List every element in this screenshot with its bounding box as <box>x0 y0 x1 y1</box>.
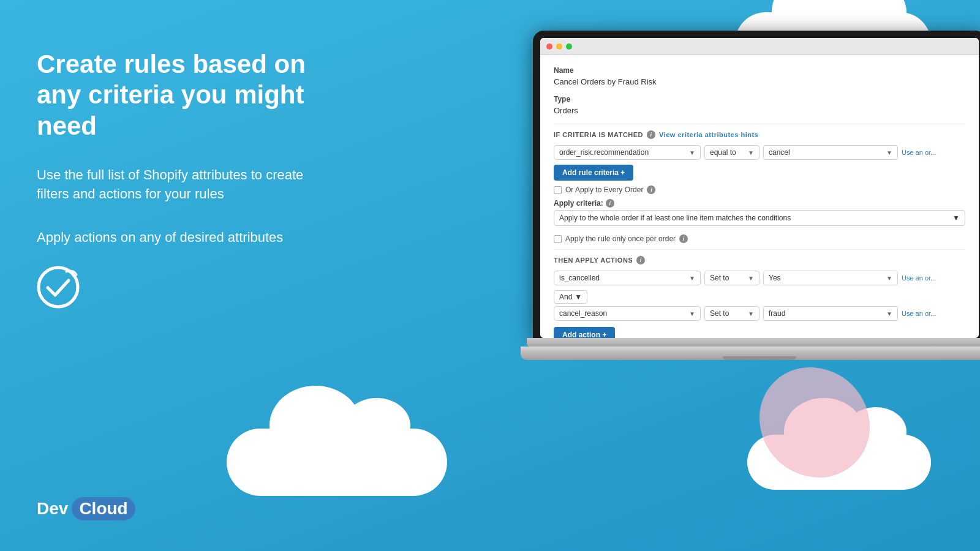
action2-operator-chevron: ▼ <box>748 310 754 317</box>
name-value: Cancel Orders by Fraud Risk <box>554 77 965 86</box>
add-rule-criteria-button[interactable]: Add rule criteria + <box>554 165 633 181</box>
apply-once-row: Apply the rule only once per order i <box>554 234 965 243</box>
action-row2: cancel_reason ▼ Set to ▼ fraud ▼ Use an … <box>554 306 965 321</box>
add-action-button[interactable]: Add action + <box>554 327 615 338</box>
apply-once-label: Apply the rule only once per order <box>565 234 676 243</box>
apply-criteria-group: Apply criteria: i Apply to the whole ord… <box>554 199 965 226</box>
and-select[interactable]: And ▼ <box>554 290 587 304</box>
criteria-section-header: IF CRITERIA IS MATCHED i View criteria a… <box>554 130 965 139</box>
apply-once-info: i <box>679 234 688 243</box>
divider1 <box>554 124 965 124</box>
apply-criteria-chevron: ▼ <box>952 214 960 222</box>
criteria-hint-link[interactable]: View criteria attributes hints <box>659 131 758 138</box>
type-group: Type Orders <box>554 95 965 115</box>
app-topbar <box>540 38 979 55</box>
logo-dev-text: Dev <box>37 499 68 519</box>
criteria-row1: order_risk.recommendation ▼ equal to ▼ c… <box>554 145 965 160</box>
apply-criteria-label-row: Apply criteria: i <box>554 199 965 208</box>
criteria-attribute-select[interactable]: order_risk.recommendation ▼ <box>554 145 701 160</box>
apply-every-order-checkbox[interactable] <box>554 186 562 194</box>
add-rule-criteria-wrapper: Add rule criteria + <box>554 165 965 181</box>
action2-value-text: fraud <box>769 309 785 318</box>
action1-value-select[interactable]: Yes ▼ <box>763 271 898 285</box>
type-value: Orders <box>554 106 965 115</box>
dot-red <box>546 43 552 50</box>
apply-every-order-row: Or Apply to Every Order i <box>554 186 965 194</box>
action1-value-text: Yes <box>769 274 781 282</box>
left-panel: Create rules based on any criteria you m… <box>37 49 331 309</box>
apply-once-checkbox[interactable] <box>554 235 562 243</box>
actions-section-header: THEN APPLY ACTIONS i <box>554 256 965 264</box>
apply-every-order-info: i <box>647 186 655 194</box>
and-chevron: ▼ <box>575 293 582 301</box>
svg-point-0 <box>39 268 78 307</box>
criteria-attribute-chevron: ▼ <box>689 149 695 156</box>
and-connector-row: And ▼ <box>554 290 965 304</box>
apply-every-order-label: Or Apply to Every Order <box>565 186 643 194</box>
action2-value-select[interactable]: fraud ▼ <box>763 306 898 321</box>
action1-operator-chevron: ▼ <box>748 275 754 282</box>
and-label: And <box>559 293 572 301</box>
logo-cloud-bg: Cloud <box>72 497 135 520</box>
description2: Apply actions on any of desired attribut… <box>37 228 331 247</box>
name-group: Name Cancel Orders by Fraud Risk <box>554 66 965 86</box>
add-action-wrapper: Add action + <box>554 327 965 338</box>
logo-cloud-wrapper: Cloud <box>68 497 135 520</box>
action1-attribute-select[interactable]: is_cancelled ▼ <box>554 271 701 285</box>
criteria-attribute-value: order_risk.recommendation <box>559 148 649 157</box>
criteria-operator-select[interactable]: equal to ▼ <box>704 145 760 160</box>
action2-attribute-value: cancel_reason <box>559 309 607 318</box>
apply-criteria-label: Apply criteria: <box>554 199 603 208</box>
criteria-value-text: cancel <box>769 148 790 157</box>
criteria-operator-chevron: ▼ <box>748 149 754 156</box>
action2-operator-value: Set to <box>710 309 729 318</box>
apply-criteria-select[interactable]: Apply to the whole order if at least one… <box>554 210 965 226</box>
laptop-screen-inner: Name Cancel Orders by Fraud Risk Type Or… <box>540 38 979 338</box>
app-content: Name Cancel Orders by Fraud Risk Type Or… <box>540 55 979 338</box>
action1-attribute-chevron: ▼ <box>689 275 695 282</box>
actions-section-title: THEN APPLY ACTIONS <box>554 257 633 264</box>
action2-attribute-select[interactable]: cancel_reason ▼ <box>554 306 701 321</box>
action1-value-chevron: ▼ <box>886 275 892 282</box>
action-row1: is_cancelled ▼ Set to ▼ Yes ▼ Use an or.… <box>554 271 965 285</box>
cloud-bottom-left <box>227 429 447 496</box>
dot-yellow <box>556 43 562 50</box>
dot-green <box>566 43 572 50</box>
headline: Create rules based on any criteria you m… <box>37 49 331 141</box>
actions-info-icon: i <box>636 256 645 264</box>
action2-attribute-chevron: ▼ <box>689 310 695 317</box>
apply-criteria-value: Apply to the whole order if at least one… <box>559 214 791 222</box>
description1: Use the full list of Shopify attributes … <box>37 166 331 204</box>
action1-override-link[interactable]: Use an or... <box>902 274 936 282</box>
criteria-info-icon: i <box>647 130 655 139</box>
criteria-value-select[interactable]: cancel ▼ <box>763 145 898 160</box>
criteria-override-link[interactable]: Use an or... <box>902 149 936 156</box>
divider2 <box>554 249 965 250</box>
app-ui: Name Cancel Orders by Fraud Risk Type Or… <box>540 38 979 338</box>
name-label: Name <box>554 66 965 75</box>
laptop-screen-outer: Name Cancel Orders by Fraud Risk Type Or… <box>533 31 980 338</box>
action2-operator-select[interactable]: Set to ▼ <box>704 306 760 321</box>
action2-value-chevron: ▼ <box>886 310 892 317</box>
check-icon <box>37 266 80 309</box>
apply-criteria-info: i <box>606 199 614 208</box>
action1-attribute-value: is_cancelled <box>559 274 600 282</box>
laptop-base <box>521 347 980 360</box>
criteria-operator-value: equal to <box>710 148 736 157</box>
criteria-value-chevron: ▼ <box>886 149 892 156</box>
action1-operator-value: Set to <box>710 274 729 282</box>
laptop: Name Cancel Orders by Fraud Risk Type Or… <box>521 31 980 360</box>
action1-operator-select[interactable]: Set to ▼ <box>704 271 760 285</box>
devcloud-logo: Dev Cloud <box>37 497 135 520</box>
type-label: Type <box>554 95 965 103</box>
criteria-section-title: IF CRITERIA IS MATCHED <box>554 131 643 138</box>
logo-cloud-text: Cloud <box>79 499 127 518</box>
laptop-hinge <box>527 338 980 347</box>
action2-override-link[interactable]: Use an or... <box>902 310 936 317</box>
